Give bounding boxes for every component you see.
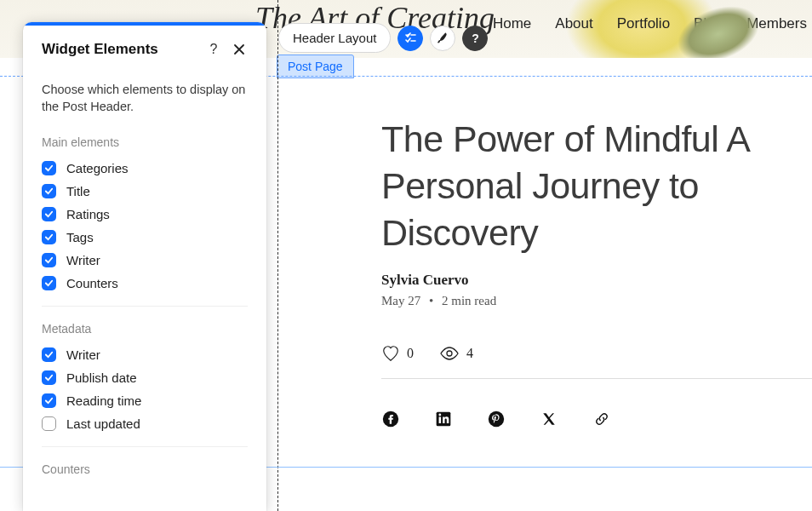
item-label: Title <box>66 184 90 198</box>
question-icon: ? <box>472 32 479 45</box>
post-title: The Power of Mindful A Personal Journey … <box>381 116 812 256</box>
nav-home[interactable]: Home <box>493 15 531 32</box>
nav-portfolio[interactable]: Portfolio <box>617 15 670 32</box>
section-title-counters: Counters <box>42 462 248 476</box>
svg-point-6 <box>438 414 441 416</box>
panel-title: Widget Elements <box>42 41 198 58</box>
facebook-icon <box>382 411 399 428</box>
share-x[interactable] <box>540 410 558 428</box>
checkbox-publish-date[interactable]: Publish date <box>42 370 248 385</box>
svg-rect-5 <box>439 417 442 424</box>
checkbox-icon <box>42 253 56 267</box>
likes-counter[interactable]: 0 <box>381 344 414 363</box>
share-facebook[interactable] <box>381 410 400 428</box>
top-nav: Home About Portfolio Blog Members <box>493 15 807 32</box>
checkbox-icon <box>42 416 56 431</box>
question-icon: ? <box>210 42 218 57</box>
x-icon <box>541 411 557 427</box>
section-title-metadata: Metadata <box>42 322 248 336</box>
checkbox-icon <box>42 370 56 385</box>
checkbox-writer-meta[interactable]: Writer <box>42 347 248 362</box>
nav-members[interactable]: Members <box>746 15 807 32</box>
post-date: May 27 <box>381 294 420 307</box>
heart-icon <box>381 344 400 363</box>
views-counter[interactable]: 4 <box>439 346 473 361</box>
svg-point-2 <box>447 351 452 356</box>
meta-separator: • <box>429 294 433 307</box>
panel-divider <box>42 306 248 307</box>
social-share-row <box>381 410 812 428</box>
panel-close-button[interactable] <box>229 39 249 60</box>
checkbox-icon <box>42 184 56 198</box>
item-label: Writer <box>66 347 100 362</box>
header-layout-label[interactable]: Header Layout <box>278 23 391 53</box>
svg-point-7 <box>489 411 504 427</box>
panel-help-button[interactable]: ? <box>203 39 224 60</box>
nav-blog[interactable]: Blog <box>694 15 723 32</box>
close-icon <box>233 43 245 55</box>
brush-icon <box>436 32 449 45</box>
item-label: Counters <box>66 276 118 290</box>
item-label: Publish date <box>66 370 137 385</box>
checkbox-title[interactable]: Title <box>42 184 248 198</box>
panel-body: Choose which elements to display on the … <box>23 75 266 511</box>
post-author: Sylvia Cuervo <box>381 272 812 289</box>
link-icon <box>593 411 610 428</box>
item-label: Categories <box>66 161 129 175</box>
item-label: Ratings <box>66 207 110 221</box>
section-title-main: Main elements <box>42 135 248 149</box>
checkbox-icon <box>42 393 56 408</box>
panel-description: Choose which elements to display on the … <box>42 82 248 115</box>
checkbox-icon <box>42 207 56 221</box>
checkbox-categories[interactable]: Categories <box>42 161 248 175</box>
section-list-metadata: Writer Publish date Reading time Last up… <box>42 347 248 431</box>
checkbox-reading-time[interactable]: Reading time <box>42 393 248 408</box>
eye-icon <box>439 346 460 361</box>
item-label: Reading time <box>66 393 141 408</box>
post-meta: May 27 • 2 min read <box>381 294 812 308</box>
panel-header: Widget Elements ? <box>23 26 266 75</box>
elements-toggle-button[interactable] <box>397 26 423 51</box>
checkbox-writer[interactable]: Writer <box>42 253 248 267</box>
design-button[interactable] <box>430 26 455 51</box>
section-list-main: Categories Title Ratings Tags Writer Cou… <box>42 161 248 290</box>
post-readtime: 2 min read <box>442 294 496 307</box>
checkbox-tags[interactable]: Tags <box>42 230 248 244</box>
counters-row: 0 4 <box>381 344 812 363</box>
checkbox-icon <box>42 347 56 362</box>
header-layout-toolbar: Header Layout ? <box>278 23 488 53</box>
share-pinterest[interactable] <box>487 410 506 428</box>
checkbox-ratings[interactable]: Ratings <box>42 207 248 221</box>
pinterest-icon <box>488 411 505 428</box>
item-label: Last updated <box>66 416 140 431</box>
checkbox-counters[interactable]: Counters <box>42 276 248 290</box>
checkbox-icon <box>42 276 56 290</box>
guide-vertical-left <box>277 0 278 511</box>
postpage-badge[interactable]: Post Page <box>277 55 354 78</box>
views-count: 4 <box>466 346 473 361</box>
panel-divider <box>42 446 248 447</box>
item-label: Tags <box>66 230 94 244</box>
linkedin-icon <box>435 411 452 428</box>
checkbox-last-updated[interactable]: Last updated <box>42 416 248 431</box>
item-label: Writer <box>66 253 100 267</box>
share-linkedin[interactable] <box>434 410 453 428</box>
share-link[interactable] <box>592 410 611 428</box>
checkbox-icon <box>42 161 56 175</box>
divider <box>381 378 812 379</box>
help-button[interactable]: ? <box>462 26 488 51</box>
nav-about[interactable]: About <box>555 15 592 32</box>
post-header-preview: The Power of Mindful A Personal Journey … <box>381 116 812 428</box>
checklist-icon <box>403 32 417 45</box>
likes-count: 0 <box>407 346 414 361</box>
checkbox-icon <box>42 230 56 244</box>
widget-elements-panel: Widget Elements ? Choose which elements … <box>23 22 266 511</box>
